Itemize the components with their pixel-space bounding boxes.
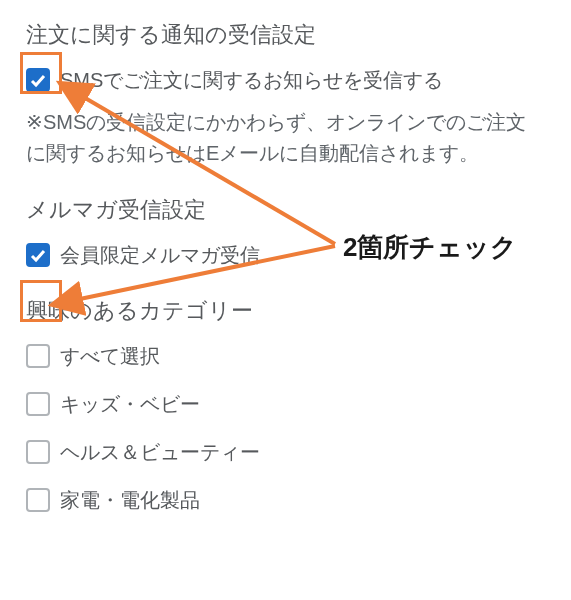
section-order-notifications: 注文に関する通知の受信設定 SMSでご注文に関するお知らせを受信する ※SMSの… — [26, 18, 545, 169]
sms-checkbox[interactable] — [26, 68, 50, 92]
section-title: 注文に関する通知の受信設定 — [26, 18, 545, 51]
checkmark-icon — [30, 72, 46, 88]
mailmag-checkbox[interactable] — [26, 243, 50, 267]
category-label: すべて選択 — [60, 341, 160, 371]
section-title: 興味のあるカテゴリー — [26, 294, 545, 327]
category-item[interactable]: 家電・電化製品 — [26, 485, 545, 515]
category-item[interactable]: すべて選択 — [26, 341, 545, 371]
section-categories: 興味のあるカテゴリー すべて選択 キッズ・ベビー ヘルス＆ビューティー 家電・電… — [26, 294, 545, 515]
sms-checkbox-row[interactable]: SMSでご注文に関するお知らせを受信する — [26, 65, 545, 95]
checkmark-icon — [30, 247, 46, 263]
category-checkbox[interactable] — [26, 488, 50, 512]
category-checkbox[interactable] — [26, 392, 50, 416]
category-label: キッズ・ベビー — [60, 389, 200, 419]
annotation-text: 2箇所チェック — [343, 228, 517, 267]
section-title: メルマガ受信設定 — [26, 193, 545, 226]
category-label: 家電・電化製品 — [60, 485, 200, 515]
category-checkbox[interactable] — [26, 344, 50, 368]
category-label: ヘルス＆ビューティー — [60, 437, 260, 467]
sms-note: ※SMSの受信設定にかかわらず、オンラインでのご注文に関するお知らせはEメールに… — [26, 107, 545, 169]
category-checkbox[interactable] — [26, 440, 50, 464]
category-item[interactable]: ヘルス＆ビューティー — [26, 437, 545, 467]
sms-checkbox-label: SMSでご注文に関するお知らせを受信する — [60, 65, 443, 95]
category-list: すべて選択 キッズ・ベビー ヘルス＆ビューティー 家電・電化製品 — [26, 341, 545, 515]
category-item[interactable]: キッズ・ベビー — [26, 389, 545, 419]
mailmag-checkbox-label: 会員限定メルマガ受信 — [60, 240, 260, 270]
